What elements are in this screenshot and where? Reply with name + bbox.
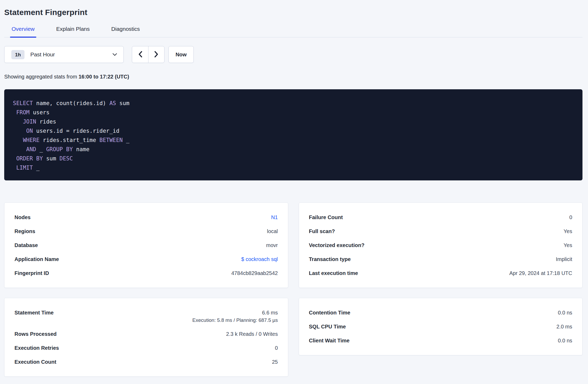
row-value: 4784cb829aab2542 bbox=[231, 269, 278, 277]
row-value: Apr 29, 2024 at 17:18 UTC bbox=[509, 269, 572, 277]
row-label: Failure Count bbox=[309, 213, 343, 221]
aggregated-stats-caption: Showing aggregated stats from 16:00 to 1… bbox=[4, 74, 582, 80]
row-value: local bbox=[267, 227, 278, 235]
sql-line: WHERE rides.start_time BETWEEN _ bbox=[13, 136, 572, 145]
row-value: Implicit bbox=[556, 255, 572, 263]
sql-line: ORDER BY sum DESC bbox=[13, 154, 572, 163]
row-value: 0 bbox=[275, 344, 278, 352]
time-interval-select[interactable]: 1h Past Hour bbox=[4, 46, 124, 63]
time-range-label: Past Hour bbox=[30, 51, 112, 58]
row-label: Client Wait Time bbox=[309, 337, 350, 344]
card-row: Rows Processed2.3 k Reads / 0 Writes bbox=[14, 330, 278, 338]
card-row: Execution Retries0 bbox=[14, 344, 278, 352]
tab-overview[interactable]: Overview bbox=[12, 26, 35, 37]
row-label: Database bbox=[14, 241, 38, 249]
page-title: Statement Fingerprint bbox=[4, 8, 582, 17]
time-range-badge: 1h bbox=[11, 50, 24, 59]
card-row: Client Wait Time0.0 ns bbox=[309, 337, 572, 344]
chevron-right-icon bbox=[154, 51, 159, 58]
card-row: Fingerprint ID4784cb829aab2542 bbox=[14, 269, 278, 277]
card-row: Application Name$ cockroach sql bbox=[14, 255, 278, 263]
card-row: Databasemovr bbox=[14, 241, 278, 249]
sql-line: ON users.id = rides.rider_id bbox=[13, 126, 572, 136]
card-row: Transaction typeImplicit bbox=[309, 255, 572, 263]
card-row: Vectorized execution?Yes bbox=[309, 241, 572, 249]
row-value: 6.6 ms bbox=[192, 309, 278, 317]
card-row: Full scan?Yes bbox=[309, 227, 572, 235]
row-value: movr bbox=[266, 241, 278, 249]
row-value-link[interactable]: $ cockroach sql bbox=[241, 255, 278, 263]
sql-line: JOIN rides bbox=[13, 117, 572, 126]
tab-diagnostics[interactable]: Diagnostics bbox=[111, 26, 140, 37]
statement-fingerprint-page: Statement Fingerprint Overview Explain P… bbox=[0, 0, 588, 377]
row-label: Statement Time bbox=[14, 309, 54, 317]
row-label: Rows Processed bbox=[14, 330, 57, 338]
time-toolbar: 1h Past Hour Now bbox=[4, 46, 582, 63]
row-value: 0 bbox=[569, 213, 572, 221]
row-value: 0.0 ns bbox=[558, 309, 572, 317]
card-row: Execution Count25 bbox=[14, 358, 278, 366]
row-value: Yes bbox=[564, 241, 572, 249]
row-label: SQL CPU Time bbox=[309, 323, 346, 331]
prev-time-button[interactable] bbox=[132, 46, 148, 63]
chevron-left-icon bbox=[138, 51, 143, 58]
card-row: Contention Time0.0 ns bbox=[309, 309, 572, 317]
next-time-button[interactable] bbox=[148, 46, 164, 63]
row-subvalue: Execution: 5.8 ms / Planning: 687.5 µs bbox=[192, 317, 278, 324]
card-row: Failure Count0 bbox=[309, 213, 572, 221]
row-value: Yes bbox=[564, 227, 572, 235]
sql-line: FROM users bbox=[13, 108, 572, 117]
row-label: Execution Count bbox=[14, 358, 56, 366]
chevron-down-icon bbox=[112, 53, 117, 56]
row-label: Contention Time bbox=[309, 309, 350, 317]
row-label: Nodes bbox=[14, 213, 31, 221]
sql-line: LIMIT _ bbox=[13, 163, 572, 173]
now-button[interactable]: Now bbox=[168, 46, 194, 63]
statement-details-card: NodesN1RegionslocalDatabasemovrApplicati… bbox=[4, 203, 288, 288]
row-value-link[interactable]: N1 bbox=[271, 213, 278, 221]
aggregated-stats-prefix: Showing aggregated stats from bbox=[4, 74, 78, 80]
row-value: 25 bbox=[272, 358, 278, 366]
execution-attributes-card: Failure Count0Full scan?YesVectorized ex… bbox=[299, 203, 583, 288]
statement-timing-card: Statement Time6.6 msExecution: 5.8 ms / … bbox=[4, 298, 288, 377]
aggregated-stats-range: 16:00 to 17:22 (UTC) bbox=[78, 74, 129, 80]
row-label: Vectorized execution? bbox=[309, 241, 365, 249]
row-label: Regions bbox=[14, 227, 35, 235]
row-value: 2.0 ms bbox=[556, 323, 572, 331]
tab-explain-plans[interactable]: Explain Plans bbox=[56, 26, 90, 37]
sql-line: AND _ GROUP BY name bbox=[13, 145, 572, 154]
row-value: 2.3 k Reads / 0 Writes bbox=[226, 330, 278, 338]
row-label: Execution Retries bbox=[14, 344, 59, 352]
card-row: Last execution timeApr 29, 2024 at 17:18… bbox=[309, 269, 572, 277]
card-row: NodesN1 bbox=[14, 213, 278, 221]
tab-bar: Overview Explain Plans Diagnostics bbox=[4, 26, 582, 37]
card-row: Statement Time6.6 msExecution: 5.8 ms / … bbox=[14, 309, 278, 324]
card-row: SQL CPU Time2.0 ms bbox=[309, 323, 572, 331]
sql-statement-box: SELECT name, count(rides.id) AS sum FROM… bbox=[4, 89, 582, 180]
time-pager bbox=[132, 46, 165, 63]
row-label: Full scan? bbox=[309, 227, 335, 235]
card-row: Regionslocal bbox=[14, 227, 278, 235]
row-label: Application Name bbox=[14, 255, 59, 263]
sql-line: SELECT name, count(rides.id) AS sum bbox=[13, 99, 572, 108]
wait-times-card: Contention Time0.0 nsSQL CPU Time2.0 msC… bbox=[299, 298, 583, 355]
row-label: Transaction type bbox=[309, 255, 351, 263]
row-label: Last execution time bbox=[309, 269, 358, 277]
row-label: Fingerprint ID bbox=[14, 269, 49, 277]
summary-cards: NodesN1RegionslocalDatabasemovrApplicati… bbox=[4, 203, 582, 377]
row-value: 0.0 ns bbox=[558, 337, 572, 344]
